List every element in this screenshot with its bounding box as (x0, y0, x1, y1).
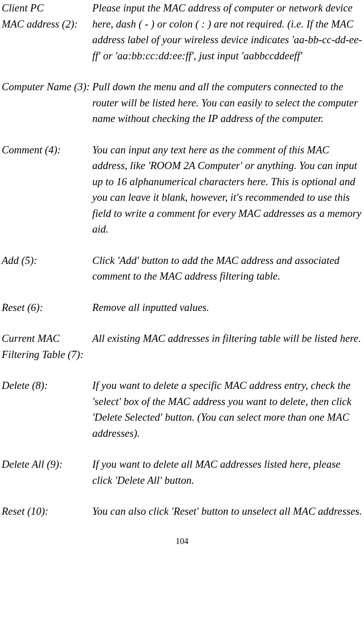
term-line-1: Current MAC (2, 333, 60, 344)
definition-item: Comment (4): You can input any text here… (2, 142, 362, 237)
definition-term: Current MAC Filtering Table (7): (2, 330, 92, 362)
definition-term: Reset (6): (2, 300, 92, 316)
definition-item: Current MAC Filtering Table (7): All exi… (2, 330, 362, 362)
definition-term: Comment (4): (2, 142, 92, 237)
definition-item: Computer Name (3): Pull down the menu an… (2, 79, 362, 127)
definition-item: Delete All (9): If you want to delete al… (2, 456, 362, 488)
definition-description: All existing MAC addresses in filtering … (92, 330, 362, 362)
definition-term: Client PC MAC address (2): (2, 0, 92, 64)
definition-term: Add (5): (2, 253, 92, 284)
definition-item: Delete (8): If you want to delete a spec… (2, 377, 362, 441)
definition-description: You can also click 'Reset' button to uns… (92, 503, 362, 519)
definition-description: Click 'Add' button to add the MAC addres… (92, 253, 362, 284)
definition-term: Delete All (9): (2, 456, 92, 488)
definition-description: Please input the MAC address of computer… (92, 0, 362, 64)
definition-item: Client PC MAC address (2): Please input … (2, 0, 362, 64)
definition-term: Computer Name (3): (2, 79, 92, 127)
definition-item: Reset (10): You can also click 'Reset' b… (2, 503, 362, 519)
term-line-2: Filtering Table (7): (2, 349, 84, 360)
term-line-1: Client PC (2, 2, 44, 14)
definition-description: You can input any text here as the comme… (92, 142, 362, 237)
definition-description: If you want to delete all MAC addresses … (92, 456, 362, 488)
definition-description: Remove all inputted values. (92, 300, 362, 316)
definition-item: Reset (6): Remove all inputted values. (2, 300, 362, 316)
document-page: Client PC MAC address (2): Please input … (0, 0, 364, 564)
definition-description: If you want to delete a specific MAC add… (92, 377, 362, 441)
definition-term: Delete (8): (2, 377, 92, 441)
definition-description: Pull down the menu and all the computers… (92, 79, 362, 127)
definition-item: Add (5): Click 'Add' button to add the M… (2, 253, 362, 284)
term-line-2: MAC address (2): (2, 18, 78, 30)
page-number: 104 (2, 535, 362, 547)
definition-term: Reset (10): (2, 503, 92, 519)
